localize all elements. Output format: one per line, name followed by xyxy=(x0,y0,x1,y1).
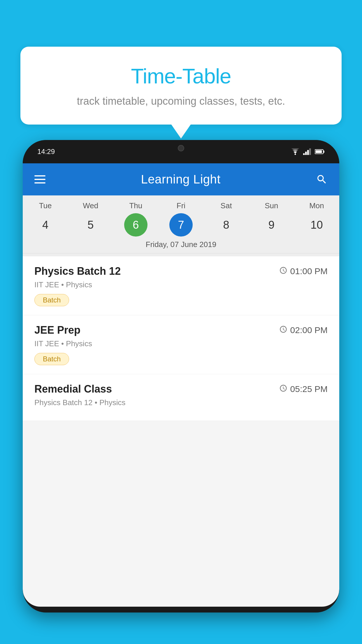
selected-date-label: Friday, 07 June 2019 xyxy=(23,240,339,253)
schedule-item-1-header: Physics Batch 12 01:00 PM xyxy=(34,265,328,277)
app-header: Learning Light xyxy=(23,163,339,195)
signal-icon xyxy=(303,148,311,155)
schedule-item-2-time: 02:00 PM xyxy=(279,325,328,335)
date-8[interactable]: 8 xyxy=(204,213,249,237)
date-10[interactable]: 10 xyxy=(294,213,339,237)
svg-marker-2 xyxy=(291,148,299,151)
date-9[interactable]: 9 xyxy=(249,213,294,237)
day-names-row: Tue Wed Thu Fri Sat Sun Mon xyxy=(23,201,339,210)
svg-point-3 xyxy=(295,153,296,155)
phone-screen: Learning Light Tue Wed Thu Fri Sat Sun M… xyxy=(23,163,339,607)
schedule-item-1-time: 01:00 PM xyxy=(279,266,328,276)
tooltip-subtitle: track timetable, upcoming classes, tests… xyxy=(41,94,321,108)
schedule-item-2-sub: IIT JEE • Physics xyxy=(34,339,328,348)
svg-rect-4 xyxy=(303,153,305,155)
day-sun[interactable]: Sun xyxy=(249,201,294,210)
day-mon[interactable]: Mon xyxy=(294,201,339,210)
tooltip-title: Time-Table xyxy=(41,64,321,88)
schedule-item-1[interactable]: Physics Batch 12 01:00 PM IIT JEE • Phys… xyxy=(23,256,339,315)
schedule-item-1-time-text: 01:00 PM xyxy=(290,266,328,276)
phone-status-bar: 14:29 xyxy=(23,140,339,163)
schedule-item-3-time-text: 05:25 PM xyxy=(290,384,328,394)
status-time: 14:29 xyxy=(37,148,55,156)
phone-frame: 14:29 xyxy=(23,140,339,612)
svg-rect-5 xyxy=(305,152,307,155)
schedule-item-2-header: JEE Prep 02:00 PM xyxy=(34,324,328,336)
hamburger-menu-button[interactable] xyxy=(34,175,45,183)
date-5[interactable]: 5 xyxy=(68,213,113,237)
svg-rect-6 xyxy=(307,150,309,155)
tooltip-card: Time-Table track timetable, upcoming cla… xyxy=(20,47,342,125)
front-camera xyxy=(178,145,184,151)
schedule-item-1-title: Physics Batch 12 xyxy=(34,265,121,277)
clock-icon-2 xyxy=(279,325,287,335)
schedule-item-2[interactable]: JEE Prep 02:00 PM IIT JEE • Physics Batc… xyxy=(23,315,339,374)
schedule-item-1-sub: IIT JEE • Physics xyxy=(34,280,328,289)
clock-icon-1 xyxy=(279,266,287,276)
svg-rect-7 xyxy=(309,148,311,155)
schedule-item-2-badge: Batch xyxy=(34,353,69,365)
schedule-item-3[interactable]: Remedial Class 05:25 PM Physics Batch 12… xyxy=(23,374,339,421)
day-thu[interactable]: Thu xyxy=(113,201,158,210)
schedule-item-3-sub: Physics Batch 12 • Physics xyxy=(34,398,328,407)
app-title: Learning Light xyxy=(141,172,220,186)
date-6-today[interactable]: 6 xyxy=(124,213,147,237)
schedule-item-1-badge: Batch xyxy=(34,294,69,306)
day-wed[interactable]: Wed xyxy=(68,201,113,210)
day-numbers-row: 4 5 6 7 8 9 10 xyxy=(23,213,339,237)
schedule-item-2-time-text: 02:00 PM xyxy=(290,325,328,335)
search-button[interactable] xyxy=(316,174,328,185)
status-icons xyxy=(291,148,325,155)
day-sat[interactable]: Sat xyxy=(204,201,249,210)
schedule-item-2-title: JEE Prep xyxy=(34,324,80,336)
clock-icon-3 xyxy=(279,384,287,394)
date-7-selected[interactable]: 7 xyxy=(169,213,193,237)
date-4[interactable]: 4 xyxy=(23,213,68,237)
svg-rect-10 xyxy=(315,150,322,153)
phone-container: 14:29 xyxy=(23,140,339,644)
phone-notch xyxy=(162,140,200,156)
battery-icon xyxy=(315,148,325,155)
day-fri[interactable]: Fri xyxy=(158,201,203,210)
schedule-item-3-time: 05:25 PM xyxy=(279,384,328,394)
schedule-list: Physics Batch 12 01:00 PM IIT JEE • Phys… xyxy=(23,256,339,421)
schedule-item-3-header: Remedial Class 05:25 PM xyxy=(34,383,328,395)
calendar-strip: Tue Wed Thu Fri Sat Sun Mon 4 5 6 7 8 9 … xyxy=(23,195,339,256)
schedule-item-3-title: Remedial Class xyxy=(34,383,112,395)
day-tue[interactable]: Tue xyxy=(23,201,68,210)
wifi-icon xyxy=(291,148,300,155)
svg-rect-9 xyxy=(323,150,324,153)
